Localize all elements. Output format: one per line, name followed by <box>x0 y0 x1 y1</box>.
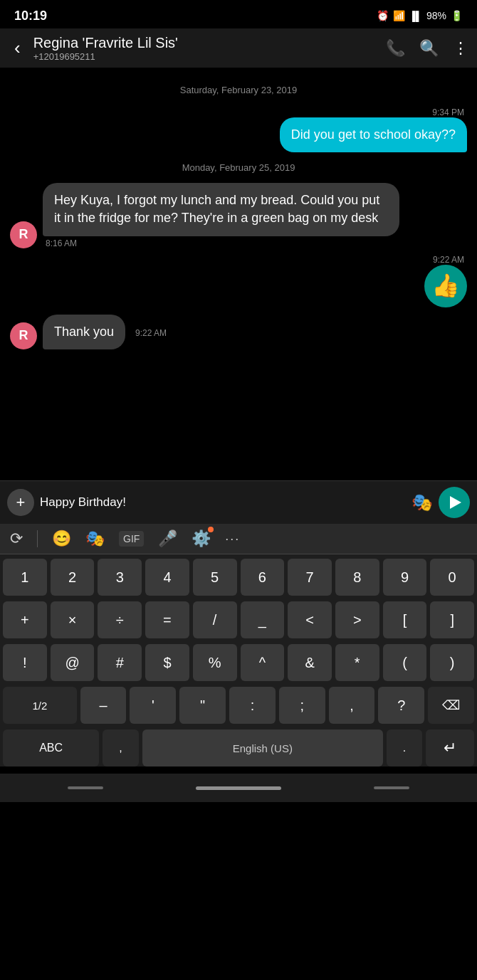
back-button[interactable]: ‹ <box>9 34 26 62</box>
send-button[interactable] <box>439 487 470 518</box>
message-time: 8:16 AM <box>43 238 80 248</box>
message-time: 9:34 PM <box>429 107 467 117</box>
gif-button[interactable]: GIF <box>119 531 144 547</box>
key-delete[interactable]: ⌫ <box>428 687 474 724</box>
message-row: 9:34 PM Did you get to school okay?? <box>10 105 467 152</box>
chat-area: Saturday, February 23, 2019 9:34 PM Did … <box>0 68 477 480</box>
key-plus[interactable]: + <box>3 601 47 638</box>
key-7[interactable]: 7 <box>288 559 332 596</box>
key-period[interactable]: . <box>387 729 423 766</box>
avatar: R <box>10 221 37 248</box>
key-apostrophe[interactable]: ' <box>130 687 176 724</box>
wifi-icon: 📶 <box>393 10 405 21</box>
key-underscore[interactable]: _ <box>241 601 285 638</box>
key-rparen[interactable]: ) <box>430 644 474 681</box>
keyboard-row-symbols2: ! @ # $ % ^ & * ( ) <box>3 644 474 681</box>
key-dollar[interactable]: $ <box>145 644 189 681</box>
key-lt[interactable]: < <box>288 601 332 638</box>
nav-home-indicator <box>196 786 281 790</box>
mic-icon[interactable]: 🎤 <box>158 529 177 548</box>
message-input[interactable] <box>40 495 406 510</box>
key-rbracket[interactable]: ] <box>430 601 474 638</box>
key-asterisk[interactable]: * <box>335 644 379 681</box>
key-lparen[interactable]: ( <box>383 644 427 681</box>
header-info: Regina 'Fravrite Lil Sis' +12019695211 <box>33 35 379 62</box>
nav-right-dash <box>374 786 409 789</box>
received-bubble-wrap: Hey Kuya, I forgot my lunch and my bread… <box>43 183 399 248</box>
avatar: R <box>10 322 37 349</box>
key-3[interactable]: 3 <box>98 559 142 596</box>
received-bubble-wrap: Thank you 9:22 AM <box>43 315 169 349</box>
key-enter[interactable]: ↵ <box>426 729 474 766</box>
input-bar: + 🎭 <box>0 480 477 524</box>
send-arrow-icon <box>450 496 461 509</box>
key-ampersand[interactable]: & <box>288 644 332 681</box>
key-at[interactable]: @ <box>51 644 95 681</box>
plus-icon: + <box>16 493 26 512</box>
message-row: R Thank you 9:22 AM <box>10 315 467 349</box>
received-bubble-thankyou: Thank you <box>43 315 125 349</box>
key-gt[interactable]: > <box>335 601 379 638</box>
key-dash[interactable]: – <box>80 687 127 724</box>
sticker-icon[interactable]: 🎭 <box>412 492 433 512</box>
key-1[interactable]: 1 <box>3 559 47 596</box>
header-actions: 📞 🔍 ⋮ <box>386 39 468 58</box>
bottom-nav <box>0 774 477 802</box>
contact-phone: +12019695211 <box>33 51 379 62</box>
key-slash[interactable]: / <box>193 601 237 638</box>
message-time: 9:22 AM <box>430 255 467 265</box>
alarm-icon: ⏰ <box>377 10 389 21</box>
key-quote[interactable]: " <box>179 687 226 724</box>
settings-badge <box>208 527 214 532</box>
search-icon[interactable]: 🔍 <box>419 39 439 58</box>
key-space[interactable]: English (US) <box>142 729 383 766</box>
call-icon[interactable]: 📞 <box>386 39 405 58</box>
key-lbracket[interactable]: [ <box>383 601 427 638</box>
sent-bubble-emoji: 👍 <box>424 265 467 307</box>
key-question[interactable]: ? <box>378 687 424 724</box>
attach-button[interactable]: + <box>7 489 34 516</box>
key-abc[interactable]: ABC <box>3 729 99 766</box>
keyboard-row-numbers: 1 2 3 4 5 6 7 8 9 0 <box>3 559 474 596</box>
translate-icon[interactable]: ⟳ <box>10 529 23 548</box>
key-equals[interactable]: = <box>145 601 189 638</box>
message-row: 9:22 AM 👍 <box>10 253 467 307</box>
key-shift-12[interactable]: 1/2 <box>3 687 77 724</box>
key-semicolon[interactable]: ; <box>279 687 325 724</box>
keyboard-toolbar: ⟳ 😊 🎭 GIF 🎤 ⚙️ ··· <box>0 524 477 554</box>
more-options-icon[interactable]: ⋮ <box>453 39 468 58</box>
contact-name: Regina 'Fravrite Lil Sis' <box>33 35 379 51</box>
key-multiply[interactable]: × <box>51 601 95 638</box>
key-9[interactable]: 9 <box>383 559 427 596</box>
key-4[interactable]: 4 <box>145 559 189 596</box>
sent-bubble: Did you get to school okay?? <box>280 117 467 152</box>
emoji-icon[interactable]: 😊 <box>52 529 71 548</box>
key-2[interactable]: 2 <box>51 559 95 596</box>
key-hash[interactable]: # <box>98 644 142 681</box>
key-comma2[interactable]: , <box>329 687 375 724</box>
keyboard: 1 2 3 4 5 6 7 8 9 0 + × ÷ = / _ < > [ ] … <box>0 554 477 766</box>
key-6[interactable]: 6 <box>241 559 285 596</box>
key-comma3[interactable]: , <box>103 729 139 766</box>
key-divide[interactable]: ÷ <box>98 601 142 638</box>
key-8[interactable]: 8 <box>335 559 379 596</box>
key-caret[interactable]: ^ <box>241 644 285 681</box>
keyboard-row-special: 1/2 – ' " : ; , ? ⌫ <box>3 687 474 724</box>
more-keyboard-icon[interactable]: ··· <box>225 532 240 547</box>
key-5[interactable]: 5 <box>193 559 237 596</box>
settings-icon[interactable]: ⚙️ <box>192 529 211 548</box>
battery-percent: 98% <box>426 10 446 21</box>
nav-left-dash <box>68 786 103 789</box>
key-percent[interactable]: % <box>193 644 237 681</box>
battery-icon: 🔋 <box>451 10 463 21</box>
keyboard-row-bottom: ABC , English (US) . ↵ <box>3 729 474 766</box>
key-0[interactable]: 0 <box>430 559 474 596</box>
keyboard-row-symbols1: + × ÷ = / _ < > [ ] <box>3 601 474 638</box>
key-exclaim[interactable]: ! <box>3 644 47 681</box>
sticker-keyboard-icon[interactable]: 🎭 <box>85 529 105 548</box>
date-divider-saturday: Saturday, February 23, 2019 <box>10 85 467 95</box>
status-time: 10:19 <box>14 9 47 23</box>
status-bar: 10:19 ⏰ 📶 ▐▌ 98% 🔋 <box>0 0 477 28</box>
date-divider-monday: Monday, February 25, 2019 <box>10 162 467 173</box>
key-colon[interactable]: : <box>229 687 276 724</box>
